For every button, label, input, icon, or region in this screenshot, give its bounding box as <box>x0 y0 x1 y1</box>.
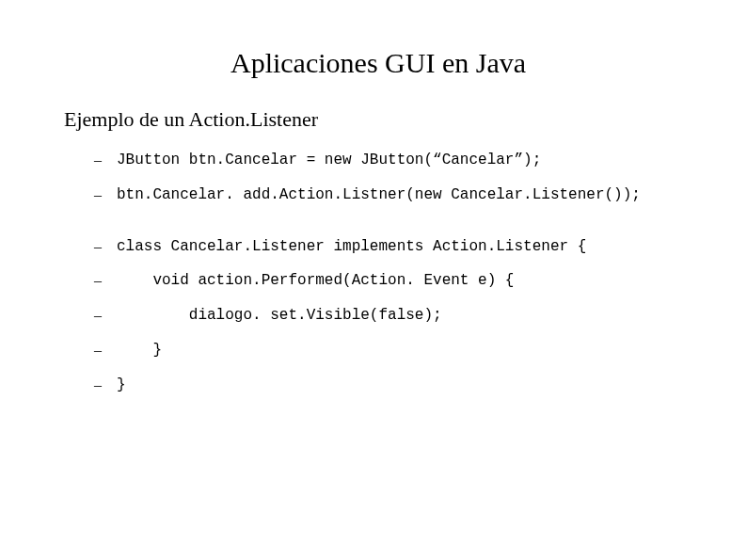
code-line: } <box>94 376 700 395</box>
code-line: void action.Performed(Action. Event e) { <box>94 271 700 291</box>
code-line: } <box>94 341 700 360</box>
code-line: class Cancelar.Listener implements Actio… <box>94 237 700 257</box>
code-list: JButton btn.Cancelar = new JButton(“Canc… <box>56 151 700 395</box>
code-line: JButton btn.Cancelar = new JButton(“Canc… <box>94 151 700 170</box>
slide-container: Aplicaciones GUI en Java Ejemplo de un A… <box>0 0 747 560</box>
code-line: btn.Cancelar. add.Action.Listner(new Can… <box>94 185 700 205</box>
blank-gap <box>94 220 700 237</box>
slide-title: Aplicaciones GUI en Java <box>56 47 700 79</box>
code-line: dialogo. set.Visible(false); <box>94 306 700 326</box>
slide-subtitle: Ejemplo de un Action.Listener <box>64 107 700 132</box>
